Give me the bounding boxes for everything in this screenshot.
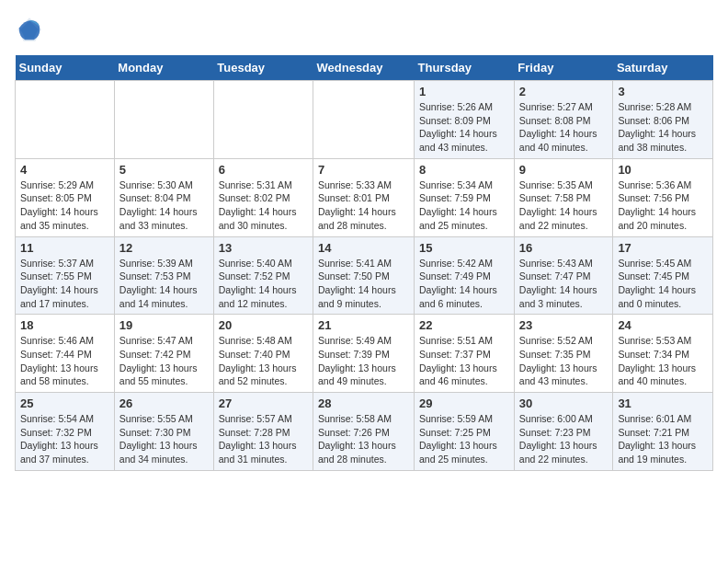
day-cell: 2Sunrise: 5:27 AM Sunset: 8:08 PM Daylig… bbox=[514, 81, 613, 159]
day-cell: 9Sunrise: 5:35 AM Sunset: 7:58 PM Daylig… bbox=[514, 158, 613, 236]
day-number: 8 bbox=[419, 163, 509, 177]
day-info: Sunrise: 5:33 AM Sunset: 8:01 PM Dayligh… bbox=[318, 178, 409, 233]
day-info: Sunrise: 5:27 AM Sunset: 8:08 PM Dayligh… bbox=[519, 100, 609, 155]
day-info: Sunrise: 5:37 AM Sunset: 7:55 PM Dayligh… bbox=[20, 257, 109, 311]
day-info: Sunrise: 5:29 AM Sunset: 8:05 PM Dayligh… bbox=[20, 178, 109, 233]
day-info: Sunrise: 5:26 AM Sunset: 8:09 PM Dayligh… bbox=[419, 100, 509, 155]
day-cell: 1Sunrise: 5:26 AM Sunset: 8:09 PM Daylig… bbox=[415, 81, 515, 159]
day-info: Sunrise: 5:55 AM Sunset: 7:30 PM Dayligh… bbox=[119, 412, 209, 466]
day-cell: 18Sunrise: 5:46 AM Sunset: 7:44 PM Dayli… bbox=[16, 315, 115, 393]
day-cell: 22Sunrise: 5:51 AM Sunset: 7:37 PM Dayli… bbox=[415, 315, 515, 393]
day-number: 19 bbox=[119, 318, 209, 332]
calendar-table: SundayMondayTuesdayWednesdayThursdayFrid… bbox=[15, 55, 713, 471]
day-cell: 31Sunrise: 6:01 AM Sunset: 7:21 PM Dayli… bbox=[613, 393, 713, 471]
day-cell: 6Sunrise: 5:31 AM Sunset: 8:02 PM Daylig… bbox=[213, 158, 313, 236]
col-header-friday: Friday bbox=[514, 55, 613, 81]
day-number: 1 bbox=[419, 85, 509, 98]
day-number: 16 bbox=[519, 241, 609, 255]
day-info: Sunrise: 5:54 AM Sunset: 7:32 PM Dayligh… bbox=[20, 412, 109, 466]
day-info: Sunrise: 5:43 AM Sunset: 7:47 PM Dayligh… bbox=[519, 257, 609, 311]
day-number: 3 bbox=[618, 85, 708, 98]
day-number: 15 bbox=[419, 241, 509, 255]
day-number: 9 bbox=[519, 163, 609, 177]
week-row-4: 18Sunrise: 5:46 AM Sunset: 7:44 PM Dayli… bbox=[16, 315, 713, 393]
header-row: SundayMondayTuesdayWednesdayThursdayFrid… bbox=[16, 55, 713, 81]
day-cell: 3Sunrise: 5:28 AM Sunset: 8:06 PM Daylig… bbox=[613, 81, 713, 159]
day-cell bbox=[313, 81, 415, 159]
day-number: 29 bbox=[419, 396, 509, 410]
day-cell: 5Sunrise: 5:30 AM Sunset: 8:04 PM Daylig… bbox=[114, 158, 213, 236]
day-cell: 17Sunrise: 5:45 AM Sunset: 7:45 PM Dayli… bbox=[613, 236, 713, 315]
col-header-tuesday: Tuesday bbox=[213, 55, 313, 81]
day-info: Sunrise: 5:52 AM Sunset: 7:35 PM Dayligh… bbox=[519, 334, 609, 388]
day-number: 18 bbox=[20, 318, 109, 332]
day-cell: 23Sunrise: 5:52 AM Sunset: 7:35 PM Dayli… bbox=[514, 315, 613, 393]
day-info: Sunrise: 5:48 AM Sunset: 7:40 PM Dayligh… bbox=[219, 334, 308, 388]
day-cell: 7Sunrise: 5:33 AM Sunset: 8:01 PM Daylig… bbox=[313, 158, 415, 236]
day-info: Sunrise: 5:53 AM Sunset: 7:34 PM Dayligh… bbox=[618, 334, 708, 388]
day-number: 28 bbox=[318, 396, 409, 410]
day-info: Sunrise: 5:36 AM Sunset: 7:56 PM Dayligh… bbox=[618, 178, 708, 233]
day-number: 13 bbox=[219, 241, 308, 255]
day-number: 11 bbox=[20, 241, 109, 255]
day-cell: 16Sunrise: 5:43 AM Sunset: 7:47 PM Dayli… bbox=[514, 236, 613, 315]
day-info: Sunrise: 6:01 AM Sunset: 7:21 PM Dayligh… bbox=[618, 412, 708, 466]
col-header-saturday: Saturday bbox=[613, 55, 713, 81]
day-info: Sunrise: 5:49 AM Sunset: 7:39 PM Dayligh… bbox=[318, 334, 409, 388]
day-cell: 27Sunrise: 5:57 AM Sunset: 7:28 PM Dayli… bbox=[213, 393, 313, 471]
day-number: 2 bbox=[519, 85, 609, 98]
day-cell: 26Sunrise: 5:55 AM Sunset: 7:30 PM Dayli… bbox=[114, 393, 213, 471]
day-cell: 8Sunrise: 5:34 AM Sunset: 7:59 PM Daylig… bbox=[415, 158, 515, 236]
day-number: 6 bbox=[219, 163, 308, 177]
day-cell: 4Sunrise: 5:29 AM Sunset: 8:05 PM Daylig… bbox=[16, 158, 115, 236]
day-cell: 25Sunrise: 5:54 AM Sunset: 7:32 PM Dayli… bbox=[16, 393, 115, 471]
day-number: 5 bbox=[119, 163, 209, 177]
day-info: Sunrise: 5:34 AM Sunset: 7:59 PM Dayligh… bbox=[419, 178, 509, 233]
day-info: Sunrise: 5:45 AM Sunset: 7:45 PM Dayligh… bbox=[618, 257, 708, 311]
day-cell: 13Sunrise: 5:40 AM Sunset: 7:52 PM Dayli… bbox=[213, 236, 313, 315]
day-cell: 12Sunrise: 5:39 AM Sunset: 7:53 PM Dayli… bbox=[114, 236, 213, 315]
day-number: 7 bbox=[318, 163, 409, 177]
day-cell bbox=[114, 81, 213, 159]
day-info: Sunrise: 5:58 AM Sunset: 7:26 PM Dayligh… bbox=[318, 412, 409, 466]
day-number: 10 bbox=[618, 163, 708, 177]
day-info: Sunrise: 5:51 AM Sunset: 7:37 PM Dayligh… bbox=[419, 334, 509, 388]
col-header-sunday: Sunday bbox=[16, 55, 115, 81]
day-info: Sunrise: 5:42 AM Sunset: 7:49 PM Dayligh… bbox=[419, 257, 509, 311]
day-number: 25 bbox=[20, 396, 109, 410]
day-info: Sunrise: 5:46 AM Sunset: 7:44 PM Dayligh… bbox=[20, 334, 109, 388]
day-cell: 11Sunrise: 5:37 AM Sunset: 7:55 PM Dayli… bbox=[16, 236, 115, 315]
day-number: 14 bbox=[318, 241, 409, 255]
day-cell: 28Sunrise: 5:58 AM Sunset: 7:26 PM Dayli… bbox=[313, 393, 415, 471]
day-number: 21 bbox=[318, 318, 409, 332]
day-cell: 15Sunrise: 5:42 AM Sunset: 7:49 PM Dayli… bbox=[415, 236, 515, 315]
day-info: Sunrise: 5:31 AM Sunset: 8:02 PM Dayligh… bbox=[219, 178, 308, 233]
day-cell bbox=[213, 81, 313, 159]
day-info: Sunrise: 5:57 AM Sunset: 7:28 PM Dayligh… bbox=[219, 412, 308, 466]
page-header bbox=[15, 15, 713, 44]
day-number: 26 bbox=[119, 396, 209, 410]
col-header-wednesday: Wednesday bbox=[313, 55, 415, 81]
day-number: 27 bbox=[219, 396, 308, 410]
col-header-thursday: Thursday bbox=[415, 55, 515, 81]
day-number: 22 bbox=[419, 318, 509, 332]
week-row-2: 4Sunrise: 5:29 AM Sunset: 8:05 PM Daylig… bbox=[16, 158, 713, 236]
day-info: Sunrise: 6:00 AM Sunset: 7:23 PM Dayligh… bbox=[519, 412, 609, 466]
day-info: Sunrise: 5:40 AM Sunset: 7:52 PM Dayligh… bbox=[219, 257, 308, 311]
day-info: Sunrise: 5:41 AM Sunset: 7:50 PM Dayligh… bbox=[318, 257, 409, 311]
day-cell: 30Sunrise: 6:00 AM Sunset: 7:23 PM Dayli… bbox=[514, 393, 613, 471]
day-cell: 14Sunrise: 5:41 AM Sunset: 7:50 PM Dayli… bbox=[313, 236, 415, 315]
day-number: 24 bbox=[618, 318, 708, 332]
day-info: Sunrise: 5:47 AM Sunset: 7:42 PM Dayligh… bbox=[119, 334, 209, 388]
day-info: Sunrise: 5:59 AM Sunset: 7:25 PM Dayligh… bbox=[419, 412, 509, 466]
week-row-3: 11Sunrise: 5:37 AM Sunset: 7:55 PM Dayli… bbox=[16, 236, 713, 315]
generalblue-logo-icon bbox=[15, 15, 44, 44]
week-row-1: 1Sunrise: 5:26 AM Sunset: 8:09 PM Daylig… bbox=[16, 81, 713, 159]
day-number: 23 bbox=[519, 318, 609, 332]
col-header-monday: Monday bbox=[114, 55, 213, 81]
day-cell: 24Sunrise: 5:53 AM Sunset: 7:34 PM Dayli… bbox=[613, 315, 713, 393]
day-info: Sunrise: 5:39 AM Sunset: 7:53 PM Dayligh… bbox=[119, 257, 209, 311]
day-cell: 21Sunrise: 5:49 AM Sunset: 7:39 PM Dayli… bbox=[313, 315, 415, 393]
day-info: Sunrise: 5:35 AM Sunset: 7:58 PM Dayligh… bbox=[519, 178, 609, 233]
day-number: 31 bbox=[618, 396, 708, 410]
